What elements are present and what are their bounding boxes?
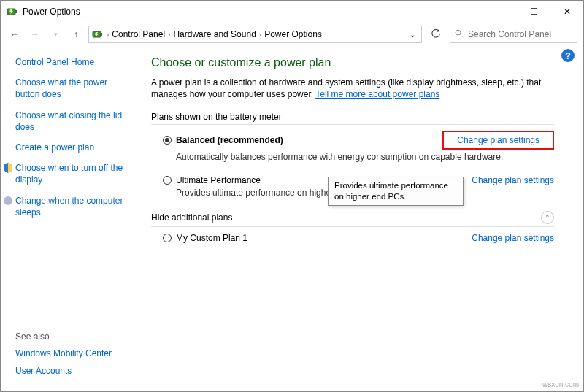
refresh-button[interactable] (426, 26, 445, 43)
plans-group-header: Plans shown on the battery meter (151, 112, 554, 125)
see-also-user-accounts[interactable]: User Accounts (15, 365, 112, 377)
collapse-icon[interactable]: ⌃ (541, 211, 554, 224)
sidebar-link-closing-lid[interactable]: Choose what closing the lid does (15, 109, 134, 133)
breadcrumb-icon (92, 28, 104, 40)
radio-balanced[interactable] (163, 136, 172, 145)
sidebar-link-turn-off-display[interactable]: Choose when to turn off the display (15, 162, 134, 185)
svg-line-5 (461, 34, 463, 36)
watermark: wsxdn.com (542, 380, 579, 388)
search-icon (455, 29, 464, 40)
close-button[interactable]: ✕ (550, 1, 583, 23)
breadcrumb-dropdown-icon[interactable]: ⌄ (407, 31, 418, 39)
plan-description: Automatically balances performance with … (163, 152, 554, 162)
tooltip: Provides ultimate performance on higher … (328, 177, 464, 206)
learn-more-link[interactable]: Tell me more about power plans (315, 89, 439, 99)
help-icon[interactable]: ? (561, 49, 575, 62)
see-also-mobility-center[interactable]: Windows Mobility Center (15, 347, 112, 359)
change-plan-settings-ultimate[interactable]: Change plan settings (472, 175, 554, 185)
sidebar: Control Panel Home Choose what the power… (1, 46, 139, 391)
change-plan-settings-balanced[interactable]: Change plan settings (442, 131, 554, 150)
svg-rect-1 (15, 10, 17, 13)
main-panel: Choose or customize a power plan A power… (139, 46, 583, 391)
plan-name[interactable]: Balanced (recommended) (176, 135, 283, 145)
sidebar-home-link[interactable]: Control Panel Home (15, 56, 94, 68)
shield-icon (2, 162, 14, 174)
breadcrumb[interactable]: › Control Panel › Hardware and Sound › P… (88, 26, 422, 43)
sidebar-link-create-plan[interactable]: Create a power plan (15, 142, 94, 153)
see-also-header: See also (15, 331, 112, 342)
maximize-button[interactable]: ☐ (518, 1, 550, 23)
up-button[interactable]: ↑ (68, 26, 84, 42)
radio-ultimate[interactable] (163, 176, 172, 185)
window-controls: ─ ☐ ✕ (485, 1, 583, 23)
minimize-button[interactable]: ─ (485, 1, 518, 23)
breadcrumb-item[interactable]: Hardware and Sound (170, 29, 258, 39)
change-plan-settings-custom[interactable]: Change plan settings (472, 233, 554, 243)
plan-custom: My Custom Plan 1 Change plan settings (151, 233, 554, 243)
plan-name[interactable]: Ultimate Performance (176, 175, 261, 185)
intro-text: A power plan is a collection of hardware… (151, 77, 554, 100)
window-title: Power Options (23, 7, 80, 17)
back-button[interactable]: ← (7, 26, 23, 42)
recent-locations-button[interactable]: ▾ (47, 26, 64, 42)
sidebar-link-sleep[interactable]: Change when the computer sleeps (15, 195, 134, 218)
app-icon (7, 6, 18, 18)
search-box[interactable] (450, 26, 577, 43)
plan-name[interactable]: My Custom Plan 1 (176, 233, 247, 243)
plan-balanced: Balanced (recommended) Change plan setti… (151, 131, 554, 162)
moon-icon (2, 195, 14, 207)
additional-plans-header[interactable]: Hide additional plans ⌃ (151, 211, 554, 227)
forward-button[interactable]: → (27, 26, 43, 42)
title-bar: Power Options ─ ☐ ✕ (1, 1, 583, 23)
toolbar: ← → ▾ ↑ › Control Panel › Hardware and S… (1, 23, 583, 46)
svg-point-6 (4, 196, 12, 205)
radio-custom[interactable] (163, 234, 172, 242)
svg-rect-3 (101, 33, 102, 36)
search-input[interactable] (468, 29, 572, 39)
svg-point-4 (456, 30, 461, 35)
breadcrumb-item[interactable]: Power Options (261, 29, 325, 39)
page-title: Choose or customize a power plan (151, 56, 554, 69)
sidebar-link-power-button[interactable]: Choose what the power button does (15, 77, 134, 100)
breadcrumb-item[interactable]: Control Panel (109, 29, 168, 39)
